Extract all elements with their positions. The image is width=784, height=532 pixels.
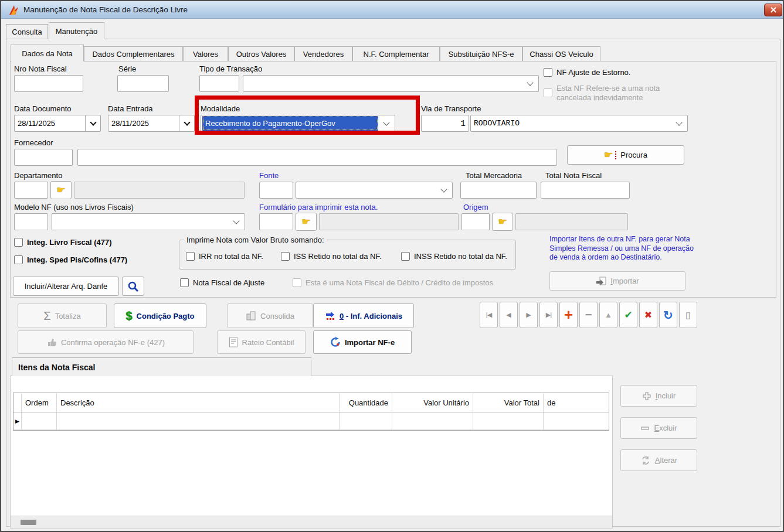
nav-first-button: |◀ [480,302,498,328]
via-transporte-combo[interactable]: RODOVIARIO [470,115,688,132]
document-icon [229,337,238,347]
checkbox-box[interactable] [14,255,23,264]
departamento-lookup-button[interactable]: ☛ [50,181,72,199]
incluir-alterar-danfe-button[interactable]: Incluir/Alterar Arq. Danfe [13,277,119,296]
chevron-down-icon[interactable] [228,214,245,230]
inss-retido-checkbox[interactable]: INSS Retido no total da NF. [401,252,507,261]
total-mercadoria-input[interactable] [460,182,537,199]
data-documento-picker[interactable]: 28/11/2025 [14,115,101,132]
chevron-down-icon[interactable] [671,115,687,131]
horizontal-scrollbar[interactable] [11,516,612,528]
close-icon[interactable] [764,4,782,16]
chevron-down-icon[interactable] [522,76,538,91]
nav-post-button[interactable]: ✔ [619,302,637,328]
importar-nfe-button[interactable]: Importar NF-e [313,330,412,354]
tipo-transacao-code-input[interactable] [199,75,239,92]
formulario-label: Formulário para imprimir esta nota. [259,203,378,212]
modalidade-combo[interactable]: Recebimento do Pagamento-OperGov [201,115,395,132]
tab-outros-valores[interactable]: Outros Valores [228,46,294,62]
sigma-icon: Σ [43,309,50,323]
chevron-down-icon[interactable] [436,182,452,198]
cancel-x-icon: ✖ [644,309,652,320]
irr-checkbox[interactable]: IRR no total da NF. [186,252,263,261]
nf-ajuste-estorno-checkbox[interactable]: NF Ajuste de Estorno. [544,68,630,77]
grid-row-empty[interactable]: ▶ [13,412,609,430]
nav-delete-button: − [579,302,598,328]
nav-edit-button: ▲ [599,302,617,328]
procura-button[interactable]: ☛ Procura [567,145,684,165]
tab-consulta[interactable]: Consulta [6,24,48,39]
tab-vendedores[interactable]: Vendedores [294,46,352,62]
checkbox-box[interactable] [401,252,410,261]
scrollbar-thumb[interactable] [21,520,36,525]
checkbox-box[interactable] [281,252,290,261]
confirma-operacao-nfe-button: Confirma operação NF-e (427) [18,330,194,354]
total-nota-fiscal-input[interactable] [541,182,630,199]
insert-record-icon: + [564,306,573,324]
tab-substituicao-nfse[interactable]: Substituição NFS-e [440,46,522,62]
nav-cancel-button[interactable]: ✖ [639,302,657,328]
tab-chassi-os-veiculo[interactable]: Chassi OS Veículo [522,46,600,62]
serie-input[interactable] [117,75,169,92]
grid-header-row: Ordem Descrição Quantidade Valor Unitári… [13,393,609,412]
tab-manutencao[interactable]: Manutenção [49,22,104,39]
checkbox-box[interactable] [180,278,189,287]
chevron-down-icon[interactable] [378,115,395,131]
grid-indicator-header [13,393,22,412]
nav-insert-button[interactable]: + [559,302,578,328]
col-ordem[interactable]: Ordem [22,393,57,412]
tab-dados-complementares[interactable]: Dados Complementares [84,46,183,62]
nf-debito-credito-checkbox: Esta é uma Nota Fiscal de Débito / Crédi… [293,278,493,288]
chevron-down-icon[interactable] [179,115,194,131]
totaliza-button: Σ Totaliza [18,303,107,328]
nota-fiscal-ajuste-checkbox[interactable]: Nota Fiscal de Ajuste [180,278,264,288]
fornecedor-name-input[interactable] [77,149,557,166]
tab-valores[interactable]: Valores [183,46,228,62]
total-nota-fiscal-label: Total Nota Fiscal [545,171,602,180]
nav-prior-button: ◀ [500,302,518,328]
col-descricao[interactable]: Descrição [57,393,340,412]
integ-sped-checkbox[interactable]: Integ. Sped Pis/Cofins (477) [14,255,127,265]
chevron-down-icon[interactable] [85,115,100,131]
formulario-code-input[interactable] [259,213,293,230]
serie-label: Série [118,64,136,73]
importar-info-text: Importar Itens de outra NF. para gerar N… [549,235,703,262]
checkbox-box[interactable] [186,252,195,261]
tab-nf-complementar[interactable]: N.F. Complementar [352,46,440,62]
nav-refresh-button[interactable]: ↻ [659,302,677,328]
via-transporte-code[interactable]: 1 [421,115,469,132]
col-quantidade[interactable]: Quantidade [340,393,392,412]
data-entrada-picker[interactable]: 28/11/2025 [108,115,195,132]
col-valor-unitario[interactable]: Valor Unitário [392,393,473,412]
tab-itens-da-nota-fiscal[interactable]: Itens da Nota Fiscal [12,357,311,376]
nro-nota-fiscal-input[interactable] [14,75,83,92]
departamento-code-input[interactable] [14,182,48,199]
minus-icon [640,424,650,433]
checkbox-box[interactable] [544,68,552,77]
checkbox-box[interactable] [14,238,23,247]
first-record-icon: |◀ [486,311,491,319]
iss-retido-checkbox[interactable]: ISS Retido no total da NF. [281,252,382,261]
condicao-pagto-button[interactable]: $ Condição Pagto [114,303,206,328]
integ-livro-fiscal-checkbox[interactable]: Integ. Livro Fiscal (477) [14,238,112,247]
next-record-icon: ▶ [526,311,531,319]
origem-code-input[interactable] [461,213,490,230]
col-de[interactable]: de [544,393,609,412]
modelo-nf-code-input[interactable] [14,213,48,230]
consolida-buildings-icon [246,311,256,321]
fornecedor-code-input[interactable] [14,149,73,166]
modelo-nf-combo[interactable] [52,213,245,230]
excluir-button: Excluir [620,417,697,439]
inf-adicionais-button[interactable]: 0 - Inf. Adicionais [313,303,414,328]
edit-record-icon: ▲ [605,311,612,319]
col-valor-total[interactable]: Valor Total [473,393,544,412]
tab-dados-da-nota[interactable]: Dados da Nota [11,45,84,62]
tipo-transacao-combo[interactable] [243,75,539,92]
fonte-combo[interactable] [296,182,453,199]
origem-lookup-button[interactable]: ☛ [492,213,513,231]
formulario-lookup-button[interactable]: ☛ [296,213,317,231]
danfe-search-button[interactable] [122,277,144,296]
fonte-code-input[interactable] [259,182,293,199]
pointing-hand-icon: ☛ [604,150,613,160]
incluir-button: Incluir [620,385,697,407]
